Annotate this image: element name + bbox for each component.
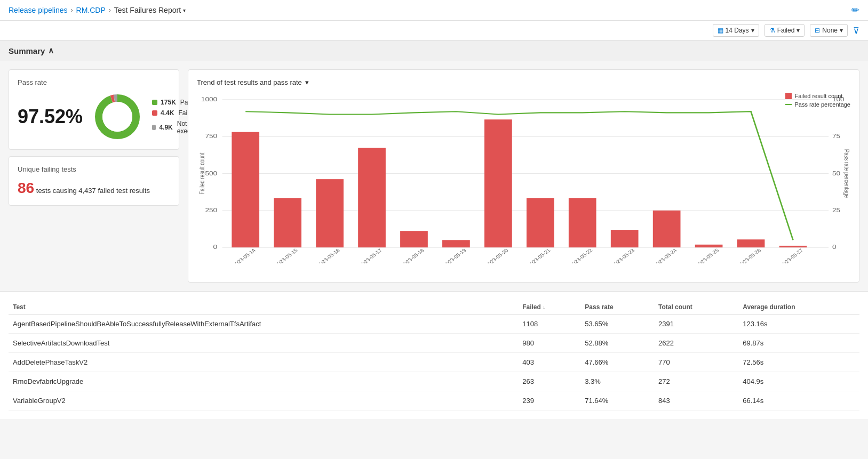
cell-test: RmoDevfabricUpgrade (9, 372, 518, 391)
svg-text:2023-05-20: 2023-05-20 (484, 247, 509, 263)
cell-test: AddDeletePhaseTaskV2 (9, 353, 518, 372)
cell-pass-rate: 3.3% (580, 372, 654, 391)
edit-icon[interactable]: ✏ (851, 4, 859, 16)
svg-rect-21 (274, 198, 301, 247)
breadcrumb-sep-2: › (109, 6, 111, 14)
svg-rect-26 (484, 119, 512, 247)
donut-chart (93, 93, 141, 141)
not-executed-dot (152, 125, 156, 130)
svg-text:2023-05-17: 2023-05-17 (357, 248, 383, 263)
cell-test: VariableGroupV2 (9, 391, 518, 410)
summary-title: Summary (9, 46, 45, 55)
breadcrumb-item-1[interactable]: Release pipelines (9, 6, 68, 14)
svg-rect-22 (316, 179, 344, 247)
table-row: VariableGroupV2 239 71.64% 843 66.14s (9, 391, 859, 410)
svg-rect-25 (442, 240, 470, 247)
svg-text:2023-05-23: 2023-05-23 (610, 248, 636, 263)
svg-text:25: 25 (832, 207, 840, 213)
svg-text:2023-05-18: 2023-05-18 (400, 248, 425, 263)
donut-svg (93, 93, 141, 141)
cell-total-count: 770 (654, 353, 738, 372)
cell-pass-rate: 71.64% (580, 391, 654, 410)
failed-dot (152, 110, 157, 116)
cell-avg-duration: 66.14s (738, 391, 859, 410)
svg-text:2023-05-22: 2023-05-22 (568, 248, 594, 263)
svg-text:2023-05-24: 2023-05-24 (652, 247, 678, 263)
svg-rect-32 (737, 239, 765, 247)
days-filter-btn[interactable]: ▦ 14 Days ▾ (713, 24, 759, 37)
cell-pass-rate: 47.66% (580, 353, 654, 372)
chart-legend-failed: Failed result count (785, 93, 850, 99)
pass-rate-legend-label: Pass rate percentage (794, 101, 850, 108)
cell-test: SelectiveArtifactsDownloadTest (9, 334, 518, 353)
cell-avg-duration: 123.16s (738, 315, 859, 334)
sort-icon: ↓ (543, 304, 545, 310)
summary-body: Pass rate 97.52% (0, 61, 868, 291)
svg-text:250: 250 (205, 207, 217, 213)
pass-rate-content: 97.52% (18, 93, 170, 141)
chevron-down-icon[interactable]: ▾ (305, 78, 309, 86)
svg-text:Pass rate percentage: Pass rate percentage (843, 149, 850, 198)
chevron-down-icon: ▾ (751, 27, 754, 34)
svg-rect-30 (653, 211, 681, 247)
passed-dot (152, 100, 157, 105)
cell-failed: 263 (518, 372, 580, 391)
svg-text:2023-05-15: 2023-05-15 (273, 247, 299, 263)
failed-swatch (785, 93, 792, 99)
data-table: Test Failed ↓ Pass rate Total count Aver… (9, 300, 859, 410)
chart-title: Trend of test results and pass rate (197, 78, 302, 86)
top-bar: Release pipelines › RM.CDP › Test Failur… (0, 0, 868, 21)
unique-description-text: tests causing 4,437 failed test results (36, 187, 150, 195)
svg-rect-27 (527, 198, 554, 247)
table-row: RmoDevfabricUpgrade 263 3.3% 272 404.9s (9, 372, 859, 391)
svg-text:2023-05-26: 2023-05-26 (737, 248, 762, 263)
chart-svg: 1000 750 500 250 0 100 75 50 25 0 (197, 93, 850, 263)
cell-total-count: 2391 (654, 315, 738, 334)
unique-failing-label: Unique failing tests (18, 165, 170, 173)
left-panels: Pass rate 97.52% (9, 69, 179, 283)
cell-pass-rate: 53.65% (580, 315, 654, 334)
chevron-down-icon: ▾ (797, 27, 800, 34)
unique-failing-content: 86 tests causing 4,437 failed test resul… (18, 180, 170, 197)
filter-icon-btn[interactable]: ⊽ (853, 26, 859, 36)
col-header-failed[interactable]: Failed ↓ (518, 300, 580, 315)
breadcrumb-current: Test Failures Report ▾ (114, 6, 186, 14)
svg-text:2023-05-25: 2023-05-25 (695, 247, 720, 263)
unique-count: 86 (18, 180, 34, 196)
svg-text:75: 75 (832, 133, 840, 140)
chart-legend-pass-rate: Pass rate percentage (785, 101, 850, 108)
chart-area: Failed result count Pass rate percentage… (197, 93, 850, 263)
group-filter-btn[interactable]: ⊟ None ▾ (810, 24, 848, 37)
cell-failed: 1108 (518, 315, 580, 334)
col-header-avg-duration: Average duration (738, 300, 859, 315)
summary-header[interactable]: Summary ∧ (0, 41, 868, 61)
failed-legend-label: Failed result count (794, 93, 842, 99)
funnel-icon: ⊽ (853, 26, 859, 35)
cell-avg-duration: 69.87s (738, 334, 859, 353)
pass-rate-panel: Pass rate 97.52% (9, 69, 179, 150)
breadcrumb: Release pipelines › RM.CDP › Test Failur… (9, 6, 186, 14)
chart-legend-area: Failed result count Pass rate percentage (785, 93, 850, 108)
table-section: Test Failed ↓ Pass rate Total count Aver… (0, 291, 868, 419)
svg-text:0: 0 (832, 244, 837, 251)
svg-text:2023-05-19: 2023-05-19 (442, 248, 467, 263)
svg-text:2023-05-16: 2023-05-16 (315, 248, 341, 263)
content-area: Summary ∧ Pass rate 97.52% (0, 41, 868, 419)
pass-rate-label: Pass rate (18, 78, 170, 86)
status-filter-btn[interactable]: ⚗ Failed ▾ (765, 24, 805, 37)
breadcrumb-item-2[interactable]: RM.CDP (76, 6, 106, 14)
cell-test: AgentBasedPipelineShouldBeAbleToSuccessf… (9, 315, 518, 334)
group-icon: ⊟ (815, 27, 820, 34)
cell-avg-duration: 404.9s (738, 372, 859, 391)
cell-total-count: 2622 (654, 334, 738, 353)
svg-point-3 (102, 102, 132, 132)
svg-rect-23 (358, 148, 386, 247)
svg-rect-29 (611, 230, 639, 247)
chevron-down-icon: ▾ (840, 27, 843, 34)
col-header-test: Test (9, 300, 518, 315)
svg-text:500: 500 (205, 170, 217, 176)
table-row: SelectiveArtifactsDownloadTest 980 52.88… (9, 334, 859, 353)
filter-bar: ▦ 14 Days ▾ ⚗ Failed ▾ ⊟ None ▾ ⊽ (0, 21, 868, 41)
table-header-row: Test Failed ↓ Pass rate Total count Aver… (9, 300, 859, 315)
svg-text:2023-05-21: 2023-05-21 (526, 248, 552, 263)
